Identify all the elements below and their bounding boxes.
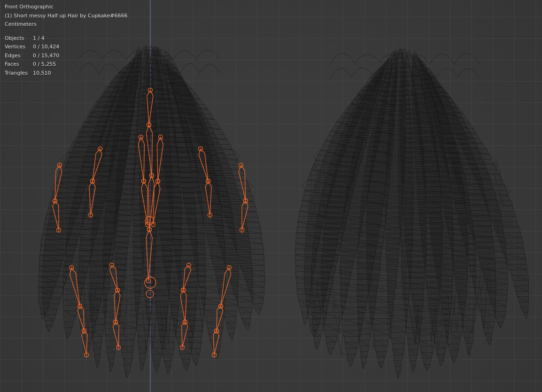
- stat-row-edges: Edges 0 / 15,470: [5, 52, 128, 61]
- stat-row-triangles: Triangles 10,510: [5, 69, 128, 78]
- stat-label: Faces: [5, 60, 32, 69]
- scene-statistics: Objects 1 / 4 Vertices 0 / 10,424 Edges …: [5, 34, 128, 78]
- viewport-text-overlay: Front Orthographic (1) Short messy Half …: [5, 3, 128, 77]
- stat-value: 1 / 4: [33, 34, 45, 43]
- stat-row-objects: Objects 1 / 4: [5, 34, 128, 43]
- stat-label: Objects: [5, 34, 32, 43]
- active-object-label: (1) Short messy Half up Hair by Cupkake#…: [5, 12, 128, 21]
- stat-label: Edges: [5, 52, 32, 61]
- stat-value: 0 / 15,470: [33, 52, 59, 61]
- stat-value: 0 / 10,424: [33, 43, 59, 52]
- stat-label: Triangles: [5, 69, 32, 78]
- blender-3d-viewport: Front Orthographic (1) Short messy Half …: [0, 0, 542, 392]
- unit-label: Centimeters: [5, 20, 128, 29]
- stat-row-vertices: Vertices 0 / 10,424: [5, 43, 128, 52]
- stat-label: Vertices: [5, 43, 32, 52]
- stat-row-faces: Faces 0 / 5,255: [5, 60, 128, 69]
- view-name-label: Front Orthographic: [5, 3, 128, 12]
- stat-value: 0 / 5,255: [33, 60, 56, 69]
- stat-value: 10,510: [33, 69, 51, 78]
